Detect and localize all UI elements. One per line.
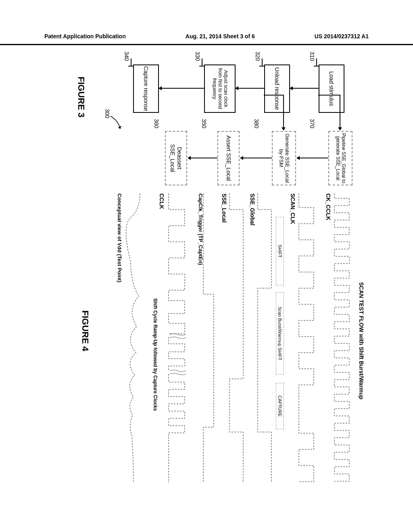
refline — [202, 58, 203, 66]
waveform-scan-clk — [296, 193, 317, 484]
fig4-title: SCAN TEST FLOW with Shift Burst/Warmup — [358, 282, 365, 399]
block-gen-sse-fsm: Generate SSE_Local by FSM — [272, 131, 296, 185]
ref-320: 320 — [254, 52, 261, 61]
block-unload-response: Unload response — [264, 64, 290, 113]
block-adjust-clock: Adjust scan clock from first to second f… — [204, 64, 236, 113]
phase-text: CAPTURE — [277, 395, 282, 417]
refline — [131, 58, 132, 66]
block-text: Load stimulus — [328, 71, 335, 106]
block-text: Deassert SSE_Local — [169, 133, 182, 184]
ref-310: 310 — [309, 52, 315, 61]
phase-text: Scan Burst/Warmup SHIFT — [277, 307, 282, 360]
refline — [128, 66, 133, 66]
waveform-sse-local — [227, 193, 246, 484]
header-left: Patent Application Publication — [44, 33, 126, 44]
waveform-ck-cclk — [332, 193, 353, 484]
ref-350: 350 — [201, 119, 207, 128]
page-area: Load stimulus Unload response Adjust sca… — [44, 60, 369, 484]
block-capture-response: Capture response — [133, 64, 159, 113]
block-text: Generate SSE_Local by FSM — [278, 133, 290, 184]
ref-340: 340 — [123, 52, 130, 61]
figure-4: SCAN TEST FLOW with Shift Burst/Warmup C… — [54, 193, 365, 484]
figure-3: Load stimulus Unload response Adjust sca… — [62, 60, 361, 185]
refline — [259, 66, 264, 66]
arrow-down-icon — [297, 158, 328, 158]
sig-sse-global: SSE_Global — [249, 193, 256, 225]
phase-text: SHIFT — [277, 245, 282, 258]
sig-sse-local: SSE_Local — [221, 193, 227, 222]
sig-cclk: CCLK — [159, 193, 165, 209]
arrow-down-icon — [290, 88, 319, 89]
ref-360: 360 — [153, 119, 160, 128]
ref-370: 370 — [309, 119, 315, 128]
waveform-capclk — [201, 193, 216, 484]
arrow-right-icon — [283, 95, 284, 130]
block-assert-sse: Assert SSE_Local — [217, 131, 240, 185]
block-deassert-sse: Deassert SSE_Local — [165, 131, 187, 185]
block-pipeline-sse: Pipeline SSE_Global to generate SSE_Loca… — [328, 131, 353, 185]
waveform-vdd — [121, 193, 145, 484]
ref-380: 380 — [253, 119, 260, 128]
waveform-cclk — [166, 193, 188, 484]
arrow-right-icon — [340, 95, 340, 130]
connector — [264, 95, 284, 96]
block-text: Adjust scan clock from first to second f… — [211, 66, 228, 111]
arrow-down-icon — [236, 88, 264, 89]
header-right: US 2014/0237312 A1 — [315, 33, 369, 44]
arrow-down-icon — [240, 158, 272, 158]
refline — [199, 66, 204, 66]
block-text: Capture response — [143, 66, 149, 111]
refline — [314, 66, 319, 66]
connector — [318, 95, 340, 96]
waveform-sse-global — [256, 193, 274, 484]
block-load-stimulus: Load stimulus — [319, 64, 344, 113]
refline — [317, 58, 317, 66]
block-text: Unload response — [274, 67, 280, 110]
ref-300: 300 — [104, 109, 111, 118]
phase-burst: Scan Burst/Warmup SHIFT — [276, 292, 284, 375]
arrow-down-icon — [159, 88, 204, 89]
ref-330: 330 — [194, 52, 201, 61]
rotated-content: Load stimulus Unload response Adjust sca… — [44, 60, 369, 484]
arrow-down-icon — [188, 158, 217, 158]
phase-shift: SHIFT — [276, 217, 284, 285]
block-text: Assert SSE_Local — [225, 135, 232, 181]
header-center: Aug. 21, 2014 Sheet 3 of 6 — [186, 33, 255, 44]
phase-capture: CAPTURE — [276, 383, 284, 429]
figure-3-label: FIGURE 3 — [76, 77, 86, 117]
refline — [262, 58, 263, 66]
annot-rampup: Shift Cycle Ramp-Up followed by Capture … — [152, 298, 158, 411]
sig-scan-clk: SCAN_CLK — [290, 193, 296, 224]
block-text: Pipeline SSE_Global to generate SSE_Loca… — [335, 133, 346, 184]
figure-4-label: FIGURE 4 — [80, 310, 90, 351]
sig-ck-cclk: CK_CCLK — [325, 193, 332, 220]
